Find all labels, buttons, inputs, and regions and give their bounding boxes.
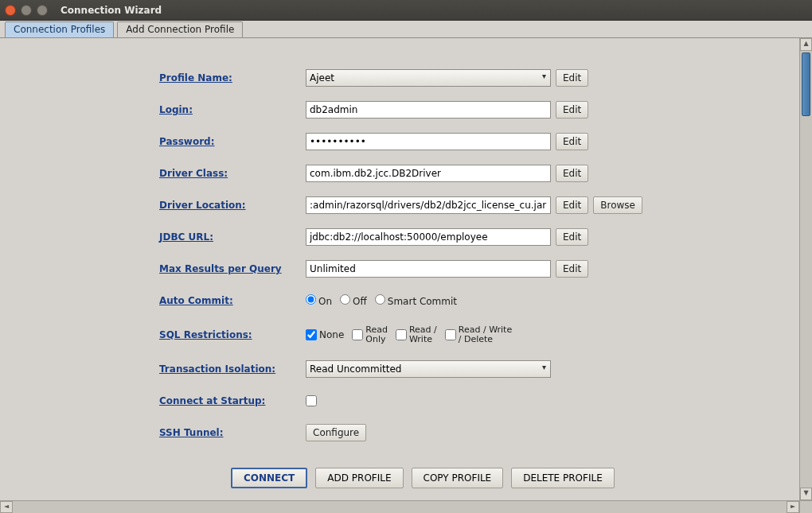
label-transaction-isolation[interactable]: Transaction Isolation:	[159, 363, 306, 375]
edit-jdbc-url-button[interactable]: Edit	[556, 228, 588, 246]
titlebar: Connection Wizard	[0, 0, 812, 21]
tabstrip: Connection Profiles Add Connection Profi…	[0, 21, 812, 38]
sql-restrict-none-checkbox[interactable]: None	[306, 329, 344, 340]
scroll-down-icon[interactable]: ▼	[800, 488, 812, 500]
delete-profile-button[interactable]: DELETE PROFILE	[511, 468, 615, 488]
form-panel: Profile Name: Ajeet Edit Login:	[0, 38, 799, 500]
label-sql-restrictions[interactable]: SQL Restrictions:	[159, 329, 306, 340]
tab-connection-profiles[interactable]: Connection Profiles	[5, 21, 114, 37]
close-icon[interactable]	[5, 5, 16, 16]
label-connect-startup[interactable]: Connect at Startup:	[159, 395, 306, 406]
driver-location-input[interactable]	[306, 196, 551, 214]
configure-ssh-button[interactable]: Configure	[306, 424, 366, 441]
jdbc-url-input[interactable]	[306, 228, 551, 246]
action-button-bar: CONNECT ADD PROFILE COPY PROFILE DELETE …	[159, 468, 783, 488]
minimize-icon[interactable]	[21, 5, 32, 16]
scroll-right-icon[interactable]: ►	[787, 501, 799, 513]
window-title: Connection Wizard	[61, 5, 162, 16]
max-results-input[interactable]	[306, 260, 551, 278]
sql-restrict-read-write-checkbox[interactable]: Read / Write	[396, 325, 437, 344]
driver-class-input[interactable]	[306, 165, 551, 182]
maximize-icon[interactable]	[37, 5, 48, 16]
edit-profile-name-button[interactable]: Edit	[556, 69, 588, 87]
auto-commit-smart-radio[interactable]: Smart Commit	[375, 294, 457, 307]
login-input[interactable]	[306, 101, 551, 119]
label-login[interactable]: Login:	[159, 104, 306, 115]
label-jdbc-url[interactable]: JDBC URL:	[159, 231, 306, 243]
sql-restrict-read-only-checkbox[interactable]: Read Only	[352, 325, 388, 344]
connect-button[interactable]: CONNECT	[231, 468, 307, 488]
profile-name-select[interactable]: Ajeet	[306, 69, 551, 87]
edit-driver-location-button[interactable]: Edit	[556, 196, 588, 214]
scroll-left-icon[interactable]: ◄	[0, 501, 13, 513]
scroll-corner	[799, 500, 812, 513]
edit-driver-class-button[interactable]: Edit	[556, 165, 588, 182]
scroll-up-icon[interactable]: ▲	[800, 38, 812, 51]
connect-startup-checkbox[interactable]	[306, 395, 317, 406]
label-profile-name[interactable]: Profile Name:	[159, 72, 306, 84]
label-ssh-tunnel[interactable]: SSH Tunnel:	[159, 427, 306, 438]
transaction-isolation-select[interactable]: Read Uncommitted	[306, 360, 551, 378]
tab-add-connection-profile[interactable]: Add Connection Profile	[117, 21, 243, 37]
label-driver-location[interactable]: Driver Location:	[159, 200, 306, 211]
label-max-results[interactable]: Max Results per Query	[159, 263, 306, 274]
connection-wizard-window: Connection Wizard Connection Profiles Ad…	[0, 0, 812, 513]
add-profile-button[interactable]: ADD PROFILE	[315, 468, 403, 488]
label-auto-commit[interactable]: Auto Commit:	[159, 295, 306, 306]
copy-profile-button[interactable]: COPY PROFILE	[412, 468, 504, 488]
vertical-scrollbar[interactable]: ▲ ▼	[799, 38, 812, 500]
edit-password-button[interactable]: Edit	[556, 133, 588, 150]
label-driver-class[interactable]: Driver Class:	[159, 168, 306, 179]
edit-max-results-button[interactable]: Edit	[556, 260, 588, 278]
label-password[interactable]: Password:	[159, 136, 306, 147]
scroll-thumb[interactable]	[802, 52, 810, 116]
auto-commit-off-radio[interactable]: Off	[340, 294, 367, 307]
horizontal-scrollbar[interactable]: ◄ ►	[0, 500, 799, 513]
browse-driver-location-button[interactable]: Browse	[593, 196, 642, 214]
edit-login-button[interactable]: Edit	[556, 101, 588, 119]
auto-commit-on-radio[interactable]: On	[306, 294, 332, 307]
sql-restrict-rwd-checkbox[interactable]: Read / Write / Delete	[445, 325, 512, 344]
password-input[interactable]	[306, 133, 551, 150]
